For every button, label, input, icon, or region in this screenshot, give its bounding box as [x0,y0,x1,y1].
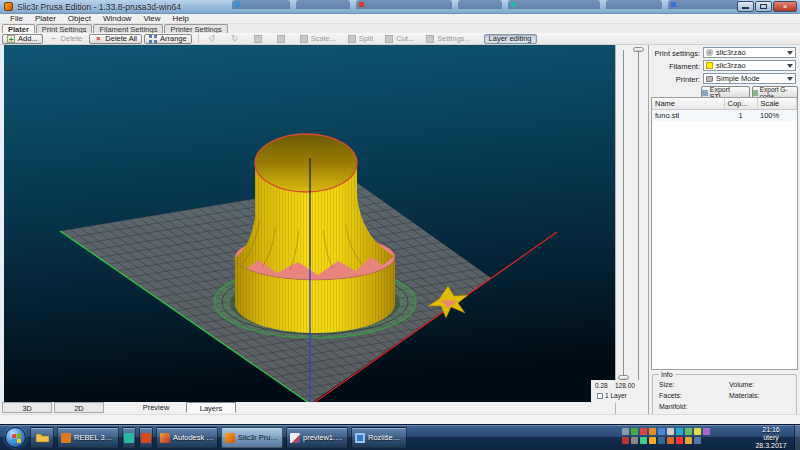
tray-icon[interactable] [694,437,701,444]
object-name-cell: funo.stl [652,110,724,122]
tray-icon[interactable] [622,428,629,435]
taskbar-button-slic3r[interactable]: Slic3r Prusa Edition - ... [221,427,283,448]
tab-2d[interactable]: 2D [54,402,104,413]
settings-button[interactable]: Settings... [421,34,475,44]
delete-button[interactable]: −Delete [45,34,88,44]
tray-icon[interactable] [685,437,692,444]
tray-icon[interactable] [631,428,638,435]
windows-logo-icon [12,434,21,444]
filament-color-icon [706,62,713,69]
tray-icon[interactable] [703,428,710,435]
scale-button[interactable]: Scale... [295,34,341,44]
split-button[interactable]: Split [343,34,379,44]
delete-all-button[interactable]: ×Delete All [89,34,142,44]
object-copies-cell: 1 [724,110,757,122]
export-gcode-icon [753,90,758,96]
tray-icon[interactable] [676,428,683,435]
taskbar-button-paint[interactable]: preview1.jpg - Malov... [286,427,348,448]
menu-item-file[interactable]: File [4,14,29,23]
cut-button[interactable]: Cut... [380,34,419,44]
one-layer-label: 1 Layer [605,392,627,399]
arrange-icon [149,35,157,43]
layer-slider-track-min[interactable] [623,50,624,380]
layer-slider-strip [615,45,648,424]
tray-icon[interactable] [667,428,674,435]
chevron-down-icon [787,64,793,68]
taskbar-clock[interactable]: 21:16 úterý 28.3.2017 [748,426,794,450]
inventor-icon [160,433,170,443]
show-desktop-button[interactable] [794,425,800,450]
taskbar-button-small-1[interactable] [122,427,136,448]
tab-layers[interactable]: Layers [186,402,236,413]
maximize-button[interactable] [755,1,772,12]
menu-item-object[interactable]: Object [62,14,97,23]
menu-item-window[interactable]: Window [97,14,137,23]
menu-item-help[interactable]: Help [167,14,195,23]
rotate-cw-button[interactable]: ↻ [226,34,247,44]
rotate-cw-icon: ↻ [231,35,239,43]
tab-3d[interactable]: 3D [2,402,52,413]
tab-print-settings[interactable]: Print Settings [36,24,93,33]
tray-icon[interactable] [685,428,692,435]
chevron-down-icon [787,51,793,55]
clock-time: 21:16 [748,426,794,434]
app-icon-orange [141,433,151,443]
view-tab-bar: 3D 2D Preview Layers [0,402,615,414]
one-layer-checkbox[interactable] [597,393,603,399]
minimize-button[interactable] [737,1,754,12]
column-scale: Scale [757,98,797,110]
tray-icon[interactable] [649,428,656,435]
printer-label: Printer: [676,75,700,84]
taskbar-button-inventor[interactable]: Autodesk Inventor Pr... [156,427,218,448]
layer-max-value: 128.00 [615,382,635,389]
background-window-tab [606,0,662,9]
system-tray [622,428,746,446]
tab-printer-settings[interactable]: Printer Settings [164,24,227,33]
slic3r-icon [225,433,235,443]
explorer-taskbar-button[interactable] [30,427,54,448]
mirror-button[interactable] [249,34,270,44]
arrange-button[interactable]: Arrange [144,34,192,44]
tray-icon[interactable] [658,437,665,444]
rotate-ccw-icon: ↺ [208,35,216,43]
table-row[interactable]: funo.stl 1 100% [652,110,797,122]
rotate-45-button[interactable] [272,34,293,44]
tab-plater[interactable]: Plater [2,24,35,33]
right-panel: Print settings: slic3rzao Filament: slic… [648,45,800,424]
layer-slider-handle-max[interactable] [633,47,644,52]
tray-icon[interactable] [658,428,665,435]
tray-icon[interactable] [676,437,683,444]
menu-item-view[interactable]: View [137,14,166,23]
start-button[interactable] [5,427,26,448]
layer-editing-button[interactable]: Layer editing [484,34,537,44]
layer-slider-track-max[interactable] [638,50,639,380]
split-icon [348,35,356,43]
printer-select[interactable]: Simple Mode [703,73,796,84]
tray-icon[interactable] [640,428,647,435]
rotate-ccw-button[interactable]: ↺ [203,34,224,44]
menu-item-plater[interactable]: Plater [29,14,62,23]
tray-icon[interactable] [640,437,647,444]
viewport-3d[interactable] [4,45,615,402]
tab-filament-settings[interactable]: Filament Settings [93,24,163,33]
taskbar-button-small-2[interactable] [139,427,153,448]
add-button[interactable]: +Add... [2,34,43,44]
background-window-tab [296,0,350,9]
tray-icon[interactable] [694,428,701,435]
taskbar-button-rebel3d[interactable]: REBEL 3D - Odeslat o... [57,427,119,448]
tray-icon[interactable] [631,437,638,444]
taskbar-button-display-settings[interactable]: Rozlišení zobrazení [351,427,407,448]
tray-icon[interactable] [667,437,674,444]
object-list[interactable]: Name Cop... Scale funo.stl 1 100% [651,97,798,370]
tray-icon[interactable] [622,437,629,444]
filament-select[interactable]: slic3rzao [703,60,796,71]
column-copies: Cop... [724,98,757,110]
title-bar[interactable]: Slic3r Prusa Edition - 1.33.8-prusa3d-wi… [0,0,800,14]
info-materials-label: Materials: [729,392,759,399]
close-button[interactable]: × [773,1,797,12]
info-volume-label: Volume: [729,381,754,388]
clock-day: úterý [748,434,794,442]
print-settings-select[interactable]: slic3rzao [703,47,796,58]
tray-icon[interactable] [649,437,656,444]
tab-preview[interactable]: Preview [130,402,182,413]
